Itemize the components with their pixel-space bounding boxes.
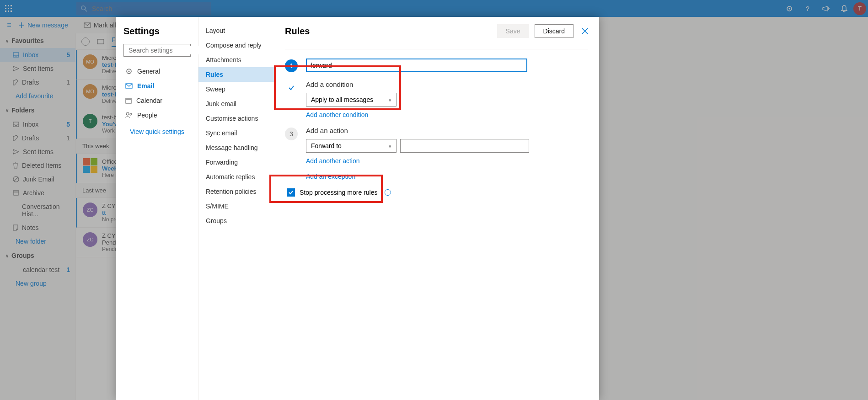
stop-processing-checkbox[interactable]	[287, 188, 295, 197]
settings-cat-general[interactable]: General	[123, 64, 191, 79]
chevron-down-icon: ∨	[388, 144, 391, 149]
step-1-badge: 1	[285, 59, 298, 72]
settings-sub-groups[interactable]: Groups	[198, 213, 274, 228]
check-icon	[288, 190, 294, 195]
svg-rect-26	[126, 98, 131, 103]
info-icon[interactable]: i	[385, 189, 391, 196]
add-condition-link[interactable]: Add another condition	[306, 111, 368, 118]
add-action-link[interactable]: Add another action	[306, 157, 360, 165]
settings-cat-email[interactable]: Email	[123, 79, 191, 93]
settings-sub-automatic-replies[interactable]: Automatic replies	[198, 170, 274, 184]
action-title: Add an action	[306, 127, 588, 134]
settings-search[interactable]	[123, 44, 191, 57]
settings-sub-sync-email[interactable]: Sync email	[198, 126, 274, 140]
condition-title: Add a condition	[306, 80, 588, 88]
close-button[interactable]	[582, 28, 588, 34]
rules-pane-title: Rules	[285, 26, 497, 37]
envelope-icon	[125, 83, 133, 89]
settings-sub-attachments[interactable]: Attachments	[198, 53, 274, 67]
save-button[interactable]: Save	[497, 24, 529, 38]
settings-sub-junk-email[interactable]: Junk email	[198, 96, 274, 111]
people-icon	[125, 112, 133, 118]
settings-sub-s-mime[interactable]: S/MIME	[198, 199, 274, 213]
svg-point-24	[129, 71, 130, 72]
action-dropdown[interactable]: Forward to ∨	[306, 139, 396, 153]
settings-search-input[interactable]	[128, 46, 209, 54]
settings-cat-calendar[interactable]: Calendar	[123, 93, 191, 108]
settings-detail-pane: Rules Save Discard 1 Add a condition App…	[274, 17, 599, 400]
settings-cat-people[interactable]: People	[123, 108, 191, 123]
chevron-down-icon: ∨	[388, 97, 391, 102]
step-3-badge: 3	[285, 128, 298, 140]
settings-sub-forwarding[interactable]: Forwarding	[198, 155, 274, 170]
svg-point-29	[130, 113, 132, 115]
add-exception-link[interactable]: Add an exception	[306, 173, 355, 180]
settings-sub-sweep[interactable]: Sweep	[198, 82, 274, 96]
stop-processing-label: Stop processing more rules	[300, 189, 377, 196]
check-icon	[288, 85, 295, 91]
svg-point-28	[126, 112, 129, 115]
rule-name-input[interactable]	[306, 59, 527, 72]
forward-to-input[interactable]	[400, 139, 529, 153]
settings-sub-message-handling[interactable]: Message handling	[198, 140, 274, 155]
settings-sub-layout[interactable]: Layout	[198, 23, 274, 38]
settings-title: Settings	[123, 26, 191, 37]
settings-sub-compose-and-reply[interactable]: Compose and reply	[198, 38, 274, 53]
settings-dialog: Settings General Email Calendar People V…	[116, 17, 599, 400]
gear-icon	[125, 68, 133, 75]
settings-sub-retention-policies[interactable]: Retention policies	[198, 184, 274, 199]
settings-categories: Settings General Email Calendar People V…	[116, 17, 198, 400]
view-quick-settings[interactable]: View quick settings	[123, 128, 191, 135]
step-2-badge	[285, 81, 298, 94]
condition-dropdown[interactable]: Apply to all messages ∨	[306, 93, 396, 107]
discard-button[interactable]: Discard	[535, 24, 573, 38]
calendar-icon	[125, 97, 132, 104]
settings-sub-customise-actions[interactable]: Customise actions	[198, 111, 274, 126]
close-icon	[582, 28, 588, 34]
settings-sub-rules[interactable]: Rules	[198, 67, 274, 82]
settings-subcategories: LayoutCompose and replyAttachmentsRulesS…	[198, 17, 274, 400]
